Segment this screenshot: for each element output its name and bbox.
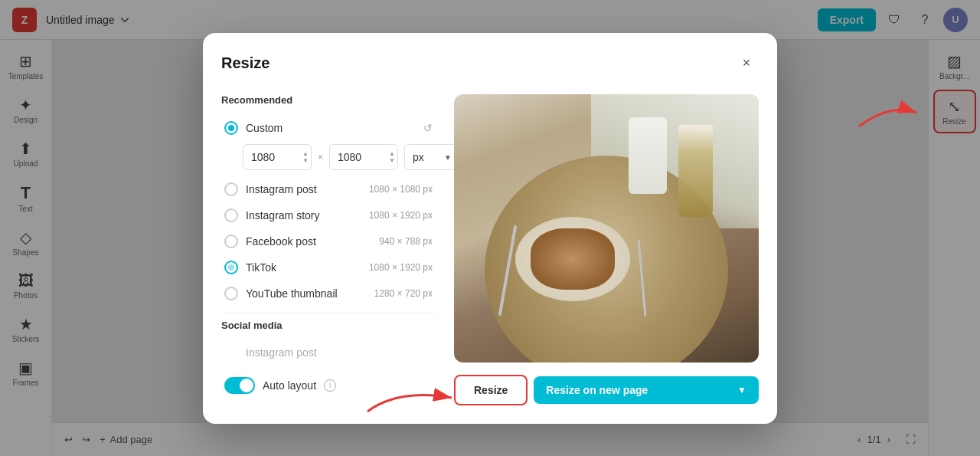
- dimension-row: ▲ ▼ × ▲ ▼ px: [221, 141, 436, 176]
- app-background: Z Untitled image Export 🛡 ? U ⊞ Template…: [0, 0, 980, 456]
- youtube-label: YouTube thumbnail: [246, 287, 367, 300]
- resize-new-page-chevron-icon: ▼: [737, 385, 746, 395]
- height-input-wrap: ▲ ▼: [329, 144, 398, 170]
- tiktok-dims: 1080 × 1920 px: [369, 262, 433, 273]
- width-increment[interactable]: ▲: [302, 150, 309, 156]
- recommended-section-title: Recommended: [221, 94, 436, 106]
- width-spinners: ▲ ▼: [302, 150, 309, 163]
- resize-new-page-label: Resize on new page: [546, 384, 648, 396]
- height-spinners: ▲ ▼: [389, 150, 395, 163]
- resize-options-panel: Recommended Custom ↺ ▲ ▼: [221, 94, 436, 405]
- resize-modal: Resize × Recommended Custom ↺ ▲: [203, 33, 777, 424]
- custom-label: Custom: [246, 122, 416, 134]
- custom-option[interactable]: Custom ↺: [221, 115, 436, 141]
- facebook-post-option[interactable]: Facebook post 940 × 788 px: [221, 228, 436, 254]
- preview-image: [454, 94, 759, 363]
- unit-select-wrap: px % cm in ▼: [404, 144, 458, 170]
- tiktok-option[interactable]: TikTok 1080 × 1920 px: [221, 254, 436, 280]
- resize-new-page-button[interactable]: Resize on new page ▼: [534, 376, 759, 404]
- auto-layout-toggle[interactable]: [224, 377, 255, 394]
- social-instagram-label: Instagram post: [224, 346, 433, 359]
- resize-button[interactable]: Resize: [454, 375, 528, 405]
- youtube-thumbnail-option[interactable]: YouTube thumbnail 1280 × 720 px: [221, 280, 436, 307]
- preview-panel: Resize Resize on new page ▼: [454, 94, 759, 405]
- section-divider: [221, 313, 436, 313]
- facebook-post-label: Facebook post: [246, 235, 371, 248]
- auto-layout-row: Auto layout i: [221, 365, 436, 400]
- modal-body: Recommended Custom ↺ ▲ ▼: [203, 82, 777, 424]
- instagram-post-label: Instagram post: [246, 183, 361, 195]
- height-decrement[interactable]: ▼: [389, 157, 395, 163]
- auto-layout-label: Auto layout: [263, 379, 316, 392]
- social-media-title: Social media: [221, 320, 436, 331]
- facebook-post-dims: 940 × 788 px: [379, 236, 433, 247]
- modal-close-button[interactable]: ×: [734, 51, 759, 76]
- youtube-radio[interactable]: [224, 287, 238, 300]
- width-input[interactable]: [243, 144, 312, 170]
- social-instagram-post-option[interactable]: Instagram post: [221, 340, 436, 365]
- instagram-story-dims: 1080 × 1920 px: [369, 210, 433, 221]
- instagram-post-option[interactable]: Instagram post 1080 × 1080 px: [221, 176, 436, 202]
- instagram-post-radio[interactable]: [224, 182, 238, 196]
- instagram-story-option[interactable]: Instagram story 1080 × 1920 px: [221, 202, 436, 228]
- pastry: [531, 228, 615, 290]
- plate: [515, 217, 630, 301]
- modal-title: Resize: [221, 54, 270, 72]
- custom-radio[interactable]: [224, 121, 238, 135]
- tiktok-label: TikTok: [246, 261, 361, 274]
- width-decrement[interactable]: ▼: [302, 157, 309, 163]
- modal-header: Resize ×: [203, 33, 777, 82]
- action-row: Resize Resize on new page ▼: [454, 375, 759, 405]
- width-input-wrap: ▲ ▼: [243, 144, 312, 170]
- height-increment[interactable]: ▲: [389, 150, 395, 156]
- instagram-story-label: Instagram story: [246, 209, 361, 221]
- dimension-separator: ×: [318, 152, 323, 162]
- facebook-post-radio[interactable]: [224, 235, 238, 248]
- unit-select[interactable]: px % cm in: [404, 144, 458, 170]
- coffee-glass: [678, 125, 713, 217]
- tiktok-radio[interactable]: [224, 261, 238, 274]
- height-input[interactable]: [329, 144, 398, 170]
- instagram-post-dims: 1080 × 1080 px: [369, 184, 433, 195]
- milk-jug: [629, 117, 667, 194]
- youtube-dims: 1280 × 720 px: [374, 288, 433, 299]
- auto-layout-info-icon[interactable]: i: [324, 379, 336, 392]
- reset-icon[interactable]: ↺: [423, 122, 433, 134]
- food-photo-bg: [454, 94, 759, 363]
- instagram-story-radio[interactable]: [224, 208, 238, 222]
